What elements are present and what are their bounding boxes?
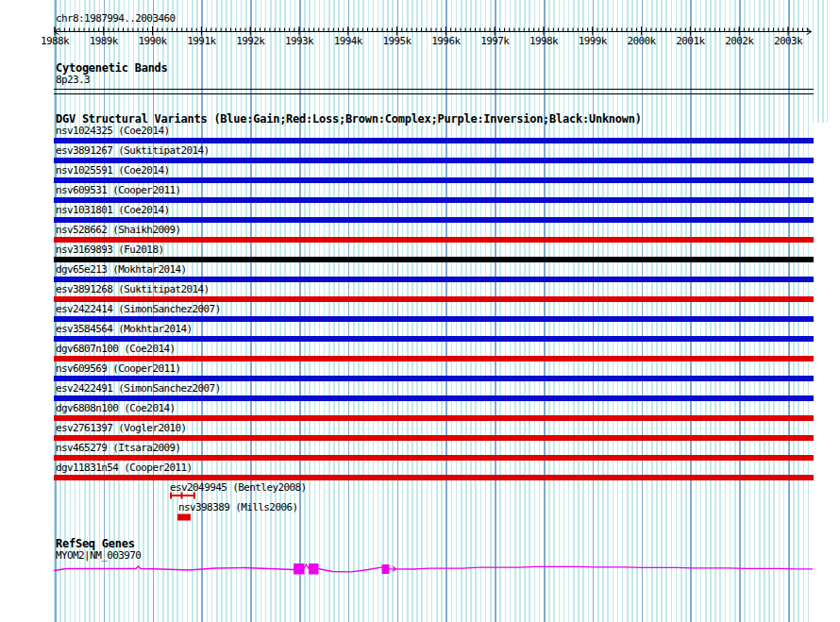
variant-bar[interactable] (54, 376, 814, 381)
ruler-tick-label: 1988k (41, 35, 70, 47)
variant-bar[interactable] (54, 455, 814, 461)
variant-bar[interactable] (54, 197, 814, 203)
ruler-tick-label: 1989k (90, 35, 119, 47)
variant-label[interactable]: esv2761397 (Vogler2010) (56, 423, 187, 433)
gene-exon[interactable] (382, 565, 389, 574)
variant-bar[interactable] (54, 395, 814, 401)
variant-bar[interactable] (54, 296, 814, 302)
variant-label[interactable]: nsv609531 (Cooper2011) (56, 185, 181, 195)
gene-direction-arrow-icon (389, 566, 396, 571)
variant-label[interactable]: esv2049945 (Bentley2008) (170, 482, 307, 493)
cytogenetic-bands-title: Cytogenetic Bands (56, 63, 168, 74)
variant-label[interactable]: nsv1025591 (Coe2014) (56, 165, 169, 176)
gene-intron-hat (304, 564, 309, 569)
variant-label[interactable]: nsv1024325 (Coe2014) (56, 126, 169, 136)
gene-intron-line (318, 567, 382, 572)
gene-name-label[interactable]: MYOM2|NM_003970 (56, 550, 141, 561)
gene-model-myom2[interactable] (54, 564, 813, 575)
variant-label[interactable]: nsv528662 (Shaikh2009) (56, 225, 181, 235)
variant-bar[interactable] (54, 217, 814, 223)
ruler-tick-label: 1993k (285, 35, 314, 47)
variant-bar[interactable] (54, 277, 814, 282)
variant-label[interactable]: dgv6808n100 (Coe2014) (56, 403, 175, 413)
variant-bar[interactable] (54, 237, 814, 243)
ruler-tick-label: 1996k (431, 35, 461, 47)
variant-label[interactable]: dgv65e213 (Mokhtar2014) (56, 264, 187, 275)
coordinate-ruler: 1988k1989k1990k1991k1992k1993k1994k1995k… (41, 26, 812, 47)
ruler-tick-label: 2001k (676, 35, 705, 47)
variant-label[interactable]: nsv609569 (Cooper2011) (56, 363, 181, 374)
variant-label[interactable]: nsv3169893 (Fu2018) (56, 244, 163, 255)
variant-label[interactable]: esv2422414 (SimonSanchez2007) (56, 304, 221, 314)
variant-box-nsv398389[interactable] (177, 514, 191, 521)
variant-bar[interactable] (54, 257, 814, 262)
gene-intron-line (54, 566, 294, 571)
gene-intron-line (395, 566, 813, 569)
variant-bar[interactable] (54, 316, 814, 322)
ruler-tick-label: 1994k (334, 35, 363, 47)
variant-bar[interactable] (54, 356, 814, 361)
ruler-tick-label: 2000k (628, 35, 657, 47)
ruler-tick-label: 2002k (725, 35, 754, 47)
refseq-section-title: RefSeq Genes (56, 539, 135, 549)
ruler-tick-label: 2003k (774, 35, 803, 47)
cytoband-box[interactable] (54, 89, 814, 94)
variant-bar[interactable] (54, 177, 814, 183)
variant-bar[interactable] (54, 475, 814, 480)
ruler-tick-label: 1997k (480, 35, 510, 47)
variant-label[interactable]: nsv465279 (Itsara2009) (56, 443, 181, 453)
variant-label[interactable]: esv2422491 (SimonSanchez2007) (56, 383, 221, 394)
variant-label[interactable]: dgv6807n100 (Coe2014) (56, 344, 175, 354)
ruler-tick-label: 1999k (579, 35, 608, 47)
gene-exon[interactable] (310, 564, 319, 575)
ruler-tick-label: 1991k (187, 35, 216, 47)
gene-exon[interactable] (294, 564, 305, 575)
variant-label[interactable]: esv3891268 (Suktitipat2014) (56, 284, 210, 294)
ruler-tick-label: 1990k (139, 35, 168, 47)
variant-bar[interactable] (54, 415, 814, 421)
variant-label[interactable]: esv3584564 (Mokhtar2014) (56, 324, 193, 334)
cytoband-label: 8p23.3 (56, 75, 90, 85)
ruler-tick-label: 1998k (529, 35, 559, 47)
variant-bar[interactable] (54, 138, 814, 143)
variant-label[interactable]: esv3891267 (Suktitipat2014) (56, 145, 210, 156)
variant-label[interactable]: nsv398389 (Mills2006) (178, 502, 297, 513)
variant-bar[interactable] (54, 158, 814, 163)
variant-bar[interactable] (54, 336, 814, 342)
dgv-section-title: DGV Structural Variants (Blue:Gain;Red:L… (56, 114, 642, 125)
variant-label[interactable]: dgv11831n54 (Cooper2011) (56, 462, 193, 473)
variant-bar[interactable] (54, 435, 814, 441)
ruler-tick-label: 1992k (236, 35, 265, 47)
variant-label[interactable]: nsv1031801 (Coe2014) (56, 205, 169, 215)
ruler-tick-label: 1995k (383, 35, 412, 47)
